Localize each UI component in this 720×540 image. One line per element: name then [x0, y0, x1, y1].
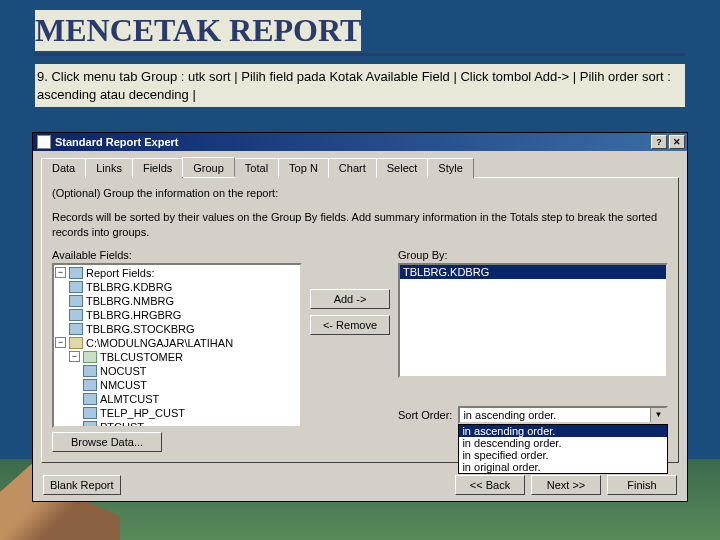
- tree-col[interactable]: NOCUST: [100, 365, 146, 377]
- tab-strip: Data Links Fields Group Total Top N Char…: [41, 157, 679, 177]
- blank-report-button[interactable]: Blank Report: [43, 475, 121, 495]
- browse-data-button[interactable]: Browse Data...: [52, 432, 162, 452]
- tree-db[interactable]: C:\MODULNGAJAR\LATIHAN: [86, 337, 233, 349]
- title-underline: [35, 53, 685, 56]
- tab-links[interactable]: Links: [85, 158, 133, 178]
- table-icon: [83, 351, 97, 363]
- column-icon: [83, 407, 97, 419]
- tab-group[interactable]: Group: [182, 157, 235, 177]
- groupby-listbox[interactable]: TBLBRG.KDBRG: [398, 263, 668, 378]
- tab-data[interactable]: Data: [41, 158, 86, 178]
- collapse-icon[interactable]: −: [55, 267, 66, 278]
- chevron-down-icon: ▼: [650, 408, 666, 422]
- tree-field[interactable]: TBLBRG.STOCKBRG: [86, 323, 195, 335]
- tab-select[interactable]: Select: [376, 158, 429, 178]
- column-icon: [83, 365, 97, 377]
- tree-col[interactable]: ALMTCUST: [100, 393, 159, 405]
- app-icon: [37, 135, 51, 149]
- add-button[interactable]: Add ->: [310, 289, 390, 309]
- tab-style[interactable]: Style: [427, 158, 473, 178]
- sort-option[interactable]: in ascending order.: [459, 425, 667, 437]
- field-icon: [69, 323, 83, 335]
- tree-root[interactable]: Report Fields:: [86, 267, 154, 279]
- sort-order-value: in ascending order.: [463, 409, 556, 421]
- tree-field[interactable]: TBLBRG.HRGBRG: [86, 309, 181, 321]
- field-icon: [69, 309, 83, 321]
- groupby-label: Group By:: [398, 249, 668, 261]
- dialog-window: Standard Report Expert ? ✕ Data Links Fi…: [32, 132, 688, 502]
- available-fields-listbox[interactable]: −Report Fields: TBLBRG.KDBRG TBLBRG.NMBR…: [52, 263, 302, 428]
- slide-instruction: 9. Click menu tab Group : utk sort | Pil…: [35, 64, 685, 107]
- groupby-item[interactable]: TBLBRG.KDBRG: [400, 265, 666, 279]
- tab-total[interactable]: Total: [234, 158, 279, 178]
- next-button[interactable]: Next >>: [531, 475, 601, 495]
- help-text-2: Records will be sorted by their values o…: [52, 210, 668, 239]
- dialog-title: Standard Report Expert: [55, 136, 651, 148]
- tab-panel: (Optional) Group the information on the …: [41, 177, 679, 463]
- remove-button[interactable]: <- Remove: [310, 315, 390, 335]
- finish-button[interactable]: Finish: [607, 475, 677, 495]
- tab-chart[interactable]: Chart: [328, 158, 377, 178]
- tree-field[interactable]: TBLBRG.NMBRG: [86, 295, 174, 307]
- close-button[interactable]: ✕: [669, 135, 685, 149]
- tab-fields[interactable]: Fields: [132, 158, 183, 178]
- collapse-icon[interactable]: −: [69, 351, 80, 362]
- tree-table[interactable]: TBLCUSTOMER: [100, 351, 183, 363]
- slide-title: MENCETAK REPORT: [35, 10, 361, 51]
- sort-order-dropdown[interactable]: in ascending order. ▼: [458, 406, 668, 424]
- available-fields-label: Available Fields:: [52, 249, 302, 261]
- tree-col[interactable]: PTCUST: [100, 421, 144, 428]
- sort-order-options[interactable]: in ascending order. in descending order.…: [458, 424, 668, 474]
- sort-option[interactable]: in descending order.: [459, 437, 667, 449]
- column-icon: [83, 393, 97, 405]
- collapse-icon[interactable]: −: [55, 337, 66, 348]
- help-text-1: (Optional) Group the information on the …: [52, 186, 668, 200]
- tab-topn[interactable]: Top N: [278, 158, 329, 178]
- field-icon: [69, 281, 83, 293]
- tree-col[interactable]: TELP_HP_CUST: [100, 407, 185, 419]
- sort-option[interactable]: in original order.: [459, 461, 667, 473]
- help-button[interactable]: ?: [651, 135, 667, 149]
- back-button[interactable]: << Back: [455, 475, 525, 495]
- tree-field[interactable]: TBLBRG.KDBRG: [86, 281, 172, 293]
- column-icon: [83, 379, 97, 391]
- column-icon: [83, 421, 97, 428]
- sort-order-label: Sort Order:: [398, 409, 452, 421]
- field-icon: [69, 295, 83, 307]
- report-fields-icon: [69, 267, 83, 279]
- titlebar: Standard Report Expert ? ✕: [33, 133, 687, 151]
- sort-option[interactable]: in specified order.: [459, 449, 667, 461]
- database-icon: [69, 337, 83, 349]
- tree-col[interactable]: NMCUST: [100, 379, 147, 391]
